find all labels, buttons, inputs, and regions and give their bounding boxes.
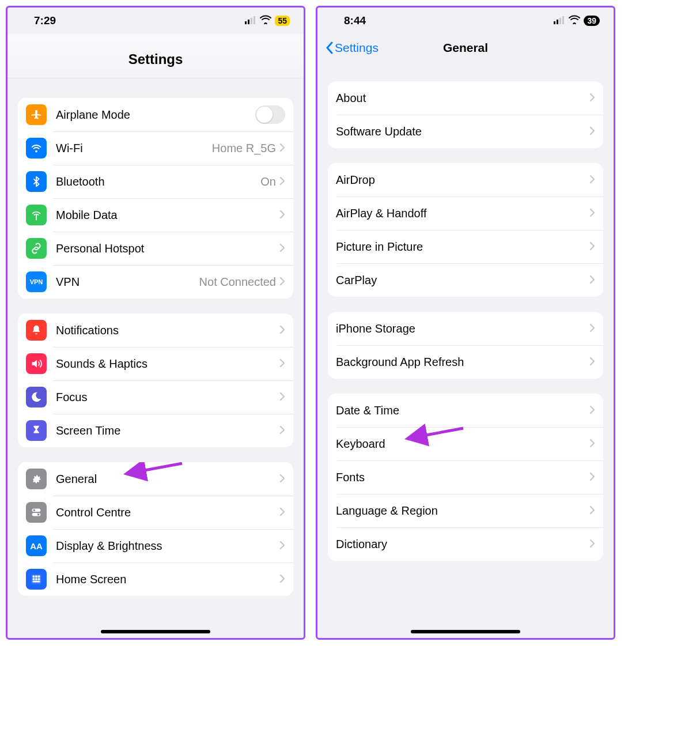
svg-rect-17 <box>554 21 555 24</box>
cell-general[interactable]: General <box>18 462 293 496</box>
cell-personal-hotspot[interactable]: Personal Hotspot <box>18 232 293 265</box>
status-bar: 8:44 39 <box>317 7 614 34</box>
back-label: Settings <box>335 41 379 55</box>
cell-mobile-data[interactable]: Mobile Data <box>18 198 293 232</box>
battery-indicator: 55 <box>275 16 290 26</box>
toggle[interactable] <box>255 105 285 124</box>
svg-rect-2 <box>251 18 252 24</box>
cell-focus[interactable]: Focus <box>18 380 293 414</box>
chevron-right-icon <box>279 323 285 338</box>
cell-value: Home R_5G <box>212 142 276 155</box>
chevron-right-icon <box>279 174 285 189</box>
cell-label: CarPlay <box>336 274 589 287</box>
chevron-right-icon <box>589 90 595 105</box>
battery-indicator: 39 <box>584 16 600 26</box>
home-indicator[interactable] <box>101 630 210 633</box>
mobile-icon <box>26 205 47 225</box>
sound-icon <box>26 353 47 374</box>
cell-language-region[interactable]: Language & Region <box>328 494 603 527</box>
cell-label: Personal Hotspot <box>56 242 279 255</box>
chevron-right-icon <box>589 436 595 451</box>
cell-fonts[interactable]: Fonts <box>328 460 603 494</box>
status-bar: 7:29 55 <box>7 7 304 34</box>
chevron-right-icon <box>589 273 595 288</box>
cell-keyboard[interactable]: Keyboard <box>328 427 603 460</box>
svg-rect-14 <box>35 578 37 580</box>
cell-label: Keyboard <box>336 437 589 451</box>
cell-picture-in-picture[interactable]: Picture in Picture <box>328 230 603 263</box>
chevron-right-icon <box>279 471 285 486</box>
svg-rect-13 <box>33 578 35 580</box>
cell-label: Control Centre <box>56 506 279 519</box>
chevron-right-icon <box>279 505 285 520</box>
cell-background-app-refresh[interactable]: Background App Refresh <box>328 345 603 379</box>
chevron-right-icon <box>279 390 285 405</box>
status-time: 8:44 <box>344 14 366 27</box>
cell-notifications[interactable]: Notifications <box>18 314 293 347</box>
vpn-icon: VPN <box>26 271 47 292</box>
cell-about[interactable]: About <box>328 81 603 115</box>
settings-list[interactable]: Airplane ModeWi-FiHome R_5GBluetoothOnMo… <box>7 78 304 638</box>
back-button[interactable]: Settings <box>326 41 379 55</box>
chevron-right-icon <box>279 356 285 371</box>
airplane-icon <box>26 104 47 125</box>
cell-dictionary[interactable]: Dictionary <box>328 527 603 561</box>
cell-airplay-handoff[interactable]: AirPlay & Handoff <box>328 197 603 230</box>
cell-label: General <box>56 473 279 486</box>
hotspot-icon <box>26 238 47 259</box>
general-list[interactable]: AboutSoftware UpdateAirDropAirPlay & Han… <box>317 62 614 638</box>
cell-control-centre[interactable]: Control Centre <box>18 496 293 529</box>
cell-label: Notifications <box>56 324 279 337</box>
chevron-right-icon <box>589 537 595 552</box>
cell-label: Bluetooth <box>56 175 260 188</box>
general-screen: 8:44 39 Settings General AboutSoftware U… <box>316 6 615 640</box>
cell-label: Picture in Picture <box>336 240 589 254</box>
cell-label: Background App Refresh <box>336 356 589 369</box>
cell-label: Screen Time <box>56 424 279 437</box>
chevron-right-icon <box>589 239 595 254</box>
cell-display-brightness[interactable]: AADisplay & Brightness <box>18 529 293 562</box>
svg-rect-12 <box>38 576 40 578</box>
nav-bar: Settings General <box>317 34 614 62</box>
cell-software-update[interactable]: Software Update <box>328 115 603 148</box>
cell-airplane-mode[interactable]: Airplane Mode <box>18 98 293 131</box>
chevron-right-icon <box>589 403 595 418</box>
cell-airdrop[interactable]: AirDrop <box>328 163 603 197</box>
cell-bluetooth[interactable]: BluetoothOn <box>18 165 293 198</box>
svg-rect-18 <box>557 20 558 24</box>
svg-rect-0 <box>245 21 247 24</box>
page-title: Settings <box>7 34 304 78</box>
cell-wi-fi[interactable]: Wi-FiHome R_5G <box>18 131 293 165</box>
cell-home-screen[interactable]: Home Screen <box>18 562 293 596</box>
cell-vpn[interactable]: VPNVPNNot Connected <box>18 265 293 299</box>
display-icon: AA <box>26 535 47 556</box>
chevron-right-icon <box>279 538 285 553</box>
cell-screen-time[interactable]: Screen Time <box>18 414 293 447</box>
chevron-right-icon <box>279 241 285 256</box>
cell-label: About <box>336 92 589 105</box>
chevron-right-icon <box>589 470 595 485</box>
svg-rect-3 <box>253 16 255 24</box>
svg-rect-20 <box>562 16 564 24</box>
cell-label: Dictionary <box>336 538 589 551</box>
svg-rect-16 <box>33 581 40 583</box>
status-time: 7:29 <box>34 14 56 27</box>
cell-label: Fonts <box>336 471 589 484</box>
chevron-right-icon <box>279 141 285 156</box>
svg-point-6 <box>33 509 36 512</box>
wifi-status-icon <box>260 14 271 27</box>
home-indicator[interactable] <box>411 630 520 633</box>
cell-sounds-haptics[interactable]: Sounds & Haptics <box>18 347 293 380</box>
cell-label: AirPlay & Handoff <box>336 207 589 220</box>
cell-label: Software Update <box>336 125 589 138</box>
chevron-right-icon <box>589 172 595 187</box>
cell-label: Sounds & Haptics <box>56 357 279 371</box>
cell-date-time[interactable]: Date & Time <box>328 394 603 427</box>
cell-label: AirDrop <box>336 173 589 187</box>
cell-carplay[interactable]: CarPlay <box>328 263 603 297</box>
cell-label: Home Screen <box>56 573 279 586</box>
cell-iphone-storage[interactable]: iPhone Storage <box>328 312 603 345</box>
chevron-right-icon <box>279 207 285 222</box>
chevron-right-icon <box>589 503 595 518</box>
settings-screen: 7:29 55 Settings Airplane ModeWi-FiHome … <box>6 6 305 640</box>
